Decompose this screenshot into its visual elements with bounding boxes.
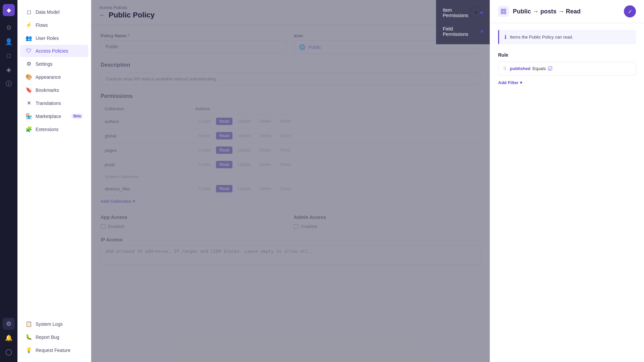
report-bug-icon: 🐛: [25, 334, 32, 340]
sidebar-item-user-roles[interactable]: 👥 User Roles: [20, 32, 88, 44]
add-filter-label: Add Filter: [498, 80, 519, 85]
extensions-icon: 🧩: [25, 126, 32, 132]
item-permissions-tab[interactable]: Item Permissions: [436, 3, 490, 22]
sidebar-item-label: Marketplace: [36, 114, 61, 119]
right-panel-header: Public → posts → Read ✓: [490, 0, 644, 23]
marketplace-badge: Beta: [71, 114, 83, 119]
sidebar-item-label: Request Feature: [36, 348, 70, 353]
sidebar-item-marketplace[interactable]: 🏪 Marketplace Beta: [20, 110, 88, 122]
chevron-down-icon: ▾: [520, 80, 522, 85]
data-model-icon: ◻: [25, 9, 32, 15]
app-logo: ◆: [3, 4, 15, 16]
settings-nav-icon[interactable]: ⚙: [3, 318, 15, 330]
flows-icon: ⚡: [25, 22, 32, 28]
sidebar-item-label: Flows: [36, 22, 48, 28]
add-filter-button[interactable]: Add Filter ▾: [498, 79, 522, 86]
right-panel-body: ℹ Items the Public Policy can read. Rule…: [490, 23, 644, 362]
bookmarks-icon: 🔖: [25, 87, 32, 93]
profile-nav-icon[interactable]: ◯: [3, 346, 15, 358]
rule-text: published Equals ☑: [510, 65, 552, 72]
users-nav-icon[interactable]: 👤: [3, 36, 15, 48]
rule-operator: Equals: [532, 66, 546, 71]
icon-bar: ◆ ⊙ 👤 □ ◈ ⓘ ⚙ 🔔 ◯: [0, 0, 17, 362]
sidebar-item-label: Extensions: [36, 127, 58, 132]
system-logs-icon: 📋: [25, 321, 32, 327]
sidebar-item-request-feature[interactable]: 💡 Request Feature: [20, 344, 88, 356]
marketplace-icon: 🏪: [25, 113, 32, 119]
sidebar: ◻ Data Model ⚡ Flows 👥 User Roles 🛡 Acce…: [17, 0, 91, 362]
sidebar-item-translations[interactable]: ✕ Translations: [20, 97, 88, 109]
rule-field: published: [510, 66, 530, 71]
access-policies-icon: 🛡: [25, 48, 32, 54]
field-permissions-dot: [481, 30, 483, 33]
sidebar-item-label: User Roles: [36, 36, 59, 41]
svg-rect-0: [501, 9, 503, 11]
field-permissions-label: Field Permissions: [443, 26, 477, 37]
drag-icon: ⠿: [503, 66, 506, 71]
sidebar-item-label: Appearance: [36, 74, 61, 80]
right-panel: Public → posts → Read ✓ ℹ Items the Publ…: [490, 0, 644, 362]
sidebar-item-label: Settings: [36, 61, 53, 67]
sidebar-item-flows[interactable]: ⚡ Flows: [20, 19, 88, 31]
svg-rect-2: [501, 12, 503, 14]
info-text: Items the Public Policy can read.: [510, 35, 573, 40]
rule-label: Rule: [498, 52, 636, 58]
appearance-icon: 🎨: [25, 74, 32, 80]
field-permissions-tab[interactable]: Field Permissions: [436, 22, 490, 41]
sidebar-item-data-model[interactable]: ◻ Data Model: [20, 6, 88, 18]
analytics-nav-icon[interactable]: ◈: [3, 64, 15, 76]
middle-panel: Item Permissions Field Permissions: [436, 0, 490, 44]
search-nav-icon[interactable]: ⊙: [3, 21, 15, 34]
svg-rect-3: [504, 12, 506, 14]
sidebar-item-label: System Logs: [36, 321, 63, 327]
rule-value-checkbox-icon: ☑: [548, 65, 552, 72]
request-feature-icon: 💡: [25, 347, 32, 353]
sidebar-item-system-logs[interactable]: 📋 System Logs: [20, 318, 88, 330]
sidebar-item-bookmarks[interactable]: 🔖 Bookmarks: [20, 84, 88, 96]
user-roles-icon: 👥: [25, 35, 32, 41]
panel-icon: [498, 6, 509, 17]
sidebar-item-label: Bookmarks: [36, 87, 59, 93]
sidebar-item-report-bug[interactable]: 🐛 Report Bug: [20, 331, 88, 343]
info-banner: ℹ Items the Public Policy can read.: [498, 30, 636, 44]
content-nav-icon[interactable]: □: [3, 50, 15, 62]
translations-icon: ✕: [25, 100, 32, 106]
item-permissions-label: Item Permissions: [443, 7, 477, 18]
info-circle-icon: ℹ: [504, 34, 506, 40]
info-nav-icon[interactable]: ⓘ: [3, 78, 15, 90]
main-content: Access Policies ← Public Policy ✕ Policy…: [91, 0, 490, 362]
overlay-dim: [91, 0, 490, 362]
sidebar-item-extensions[interactable]: 🧩 Extensions: [20, 123, 88, 135]
notifications-nav-icon[interactable]: 🔔: [3, 332, 15, 344]
save-button[interactable]: ✓: [624, 5, 636, 17]
settings-icon: ⚙: [25, 61, 32, 67]
rule-card[interactable]: ⠿ published Equals ☑: [498, 62, 636, 75]
sidebar-item-appearance[interactable]: 🎨 Appearance: [20, 71, 88, 83]
checkmark-icon: ✓: [628, 8, 632, 15]
sidebar-item-settings[interactable]: ⚙ Settings: [20, 58, 88, 70]
svg-rect-1: [504, 9, 506, 11]
sidebar-item-label: Translations: [36, 101, 61, 106]
item-permissions-dot: [480, 11, 483, 14]
sidebar-item-access-policies[interactable]: 🛡 Access Policies: [20, 45, 88, 57]
sidebar-item-label: Access Policies: [36, 48, 68, 54]
sidebar-item-label: Data Model: [36, 9, 60, 15]
sidebar-item-label: Report Bug: [36, 335, 59, 340]
right-panel-title: Public → posts → Read: [513, 8, 581, 15]
